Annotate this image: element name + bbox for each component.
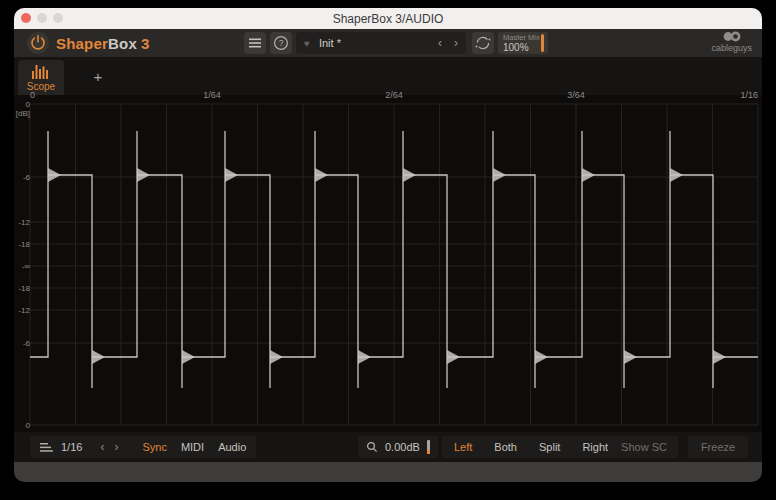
mode-midi[interactable]: MIDI (181, 441, 204, 453)
channel-both[interactable]: Both (494, 441, 517, 453)
window-title: ShaperBox 3/AUDIO (333, 12, 444, 26)
power-icon (30, 35, 46, 51)
desktop-background: ShaperBox 3/AUDIO ShaperBox3 (0, 0, 776, 500)
zoom-slider[interactable] (427, 440, 430, 454)
preset-prev-button[interactable]: ‹ (438, 36, 442, 50)
zoom-slider-handle[interactable] (427, 450, 430, 454)
logo-shaper: Shaper (56, 35, 108, 52)
plugin-window: ShaperBox 3/AUDIO ShaperBox3 (14, 8, 762, 482)
help-button[interactable]: ? (270, 32, 292, 54)
channel-right[interactable]: Right (582, 441, 608, 453)
magnifier-icon (366, 441, 378, 453)
freeze-button[interactable]: Freeze (688, 436, 748, 458)
ab-compare-button[interactable] (472, 32, 494, 54)
brand-logo[interactable]: cableguys (711, 31, 752, 53)
toolbar: ShaperBox3 ? ♥ Init * ‹ › (14, 29, 762, 57)
rate-group: 1/16 ‹ › Sync MIDI Audio (30, 436, 256, 458)
tab-scope[interactable]: Scope (18, 60, 64, 95)
bottom-bar: 1/16 ‹ › Sync MIDI Audio 0.00dB Left Bo (14, 432, 762, 462)
channel-group: Left Both Split Right (442, 436, 620, 458)
mode-audio[interactable]: Audio (218, 441, 246, 453)
menu-button[interactable] (244, 32, 266, 54)
rate-next-button[interactable]: › (114, 440, 118, 454)
logo-box: Box (108, 35, 137, 52)
show-sc-button[interactable]: Show SC (610, 436, 678, 458)
window-bottom-strip (14, 462, 762, 482)
help-icon: ? (273, 35, 289, 51)
rate-value[interactable]: 1/16 (61, 441, 82, 453)
rate-prev-button[interactable]: ‹ (100, 440, 104, 454)
close-button[interactable] (21, 13, 31, 23)
preset-name[interactable]: Init * (319, 37, 341, 49)
app-logo: ShaperBox3 (56, 29, 150, 57)
brand-name: cableguys (711, 43, 752, 53)
logo-version: 3 (141, 35, 150, 52)
tab-scope-label: Scope (27, 81, 55, 92)
master-mix-slider[interactable] (541, 34, 544, 52)
loop-arrows-icon (475, 35, 491, 51)
channel-left[interactable]: Left (454, 441, 472, 453)
minimize-button[interactable] (37, 13, 47, 23)
cableguys-plug-icon (721, 31, 743, 42)
add-effect-button[interactable]: + (86, 64, 110, 88)
zoom-group: 0.00dB (358, 436, 438, 458)
zoom-button[interactable] (53, 13, 63, 23)
scope-wave-icon (30, 64, 52, 79)
preset-next-button[interactable]: › (454, 36, 458, 50)
titlebar[interactable]: ShaperBox 3/AUDIO (14, 8, 762, 29)
scope-display: 01/642/643/641/160[dB]-6-12-18-∞-18-12-6… (14, 95, 762, 432)
master-mix-control[interactable]: Master Mix 100% (498, 32, 548, 54)
power-button[interactable] (27, 32, 49, 54)
svg-text:?: ? (279, 38, 284, 48)
hamburger-icon (248, 37, 262, 49)
wave-steps-icon[interactable] (40, 442, 53, 453)
favorite-heart-icon[interactable]: ♥ (304, 38, 310, 49)
preset-bar[interactable]: ♥ Init * ‹ › (296, 32, 466, 54)
zoom-db-value[interactable]: 0.00dB (385, 441, 420, 453)
tab-row: Scope + (14, 57, 762, 95)
mode-sync[interactable]: Sync (142, 441, 166, 453)
scope-plot (14, 95, 762, 432)
channel-split[interactable]: Split (539, 441, 560, 453)
